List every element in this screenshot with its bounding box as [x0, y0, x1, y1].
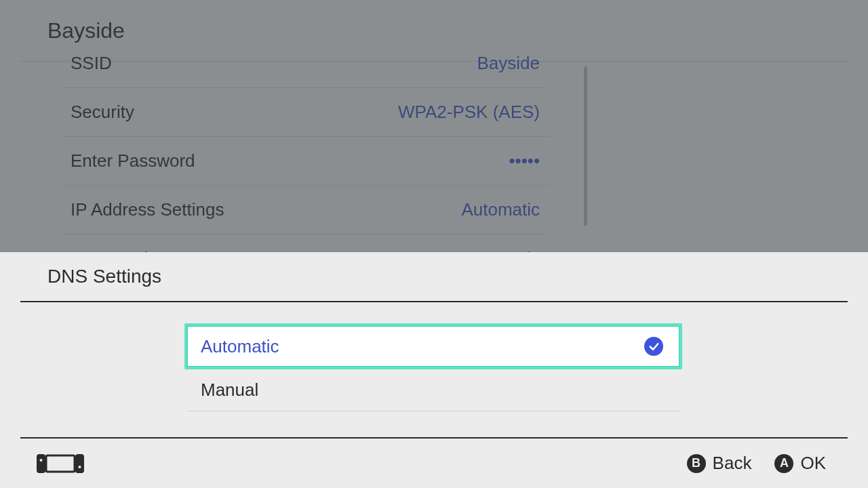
- svg-point-3: [40, 459, 43, 462]
- footer-bar: B Back A OK: [0, 439, 868, 488]
- svg-point-4: [79, 466, 81, 468]
- dns-options-list: Automatic Manual: [187, 325, 679, 411]
- dns-option-manual[interactable]: Manual: [187, 369, 679, 411]
- option-label: Manual: [201, 380, 258, 401]
- back-button[interactable]: B Back: [687, 453, 752, 474]
- dialog-title: DNS Settings: [47, 266, 161, 287]
- svg-rect-2: [46, 455, 75, 472]
- b-button-icon: B: [687, 454, 706, 473]
- dns-settings-dialog: DNS Settings Automatic Manual B: [0, 252, 868, 488]
- svg-rect-0: [37, 454, 45, 473]
- svg-rect-1: [75, 454, 84, 473]
- dialog-divider: [20, 301, 848, 302]
- check-icon: [644, 337, 663, 356]
- a-button-icon: A: [774, 454, 793, 473]
- option-label: Automatic: [201, 336, 279, 357]
- button-label: OK: [800, 453, 826, 474]
- button-label: Back: [713, 453, 752, 474]
- controller-icon: [37, 453, 84, 474]
- ok-button[interactable]: A OK: [774, 453, 826, 474]
- dns-option-automatic[interactable]: Automatic: [184, 323, 682, 369]
